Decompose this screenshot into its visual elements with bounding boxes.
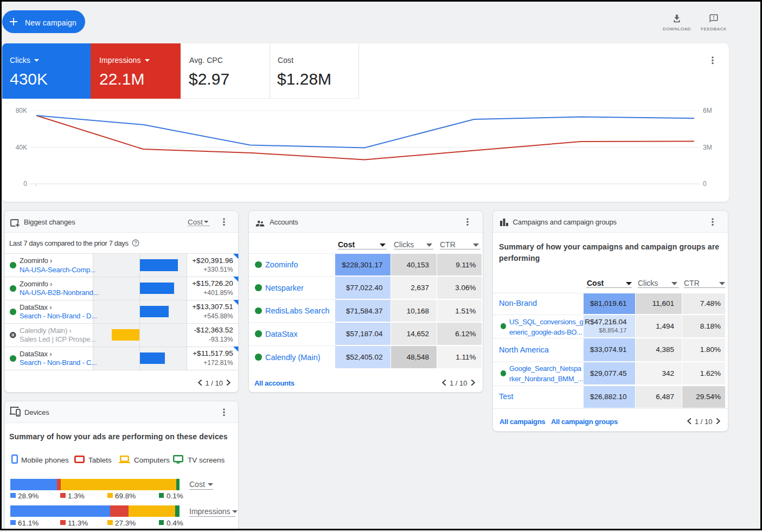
- svg-text:40K: 40K: [16, 144, 27, 151]
- svg-text:0: 0: [23, 180, 27, 188]
- svg-text:0: 0: [703, 180, 707, 188]
- svg-text:80K: 80K: [16, 107, 27, 114]
- svg-text:6M: 6M: [703, 107, 712, 114]
- svg-text:3M: 3M: [703, 144, 712, 151]
